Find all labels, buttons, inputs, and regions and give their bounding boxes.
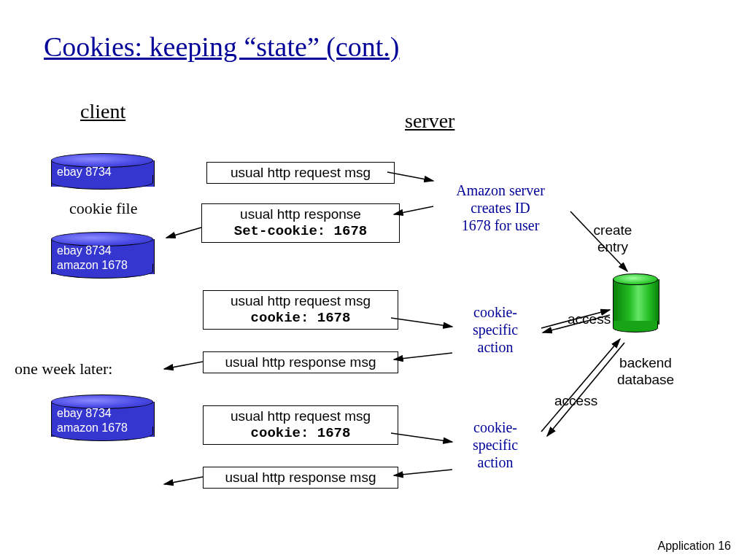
cookie-file-2: ebay 8734 amazon 1678: [51, 232, 153, 274]
msg-1-request: usual http request msg: [206, 162, 395, 184]
cookie-file-1-text: ebay 8734: [57, 165, 112, 179]
label-server: server: [405, 109, 454, 133]
svg-line-1: [166, 228, 201, 238]
label-one-week-later: one week later:: [15, 359, 112, 378]
svg-line-5: [394, 353, 452, 359]
svg-line-6: [391, 433, 452, 442]
msg-3-line2: cookie: 1678: [206, 310, 395, 327]
ann-amazon-creates-id: Amazon server creates ID 1678 for user: [435, 182, 566, 234]
msg-6-response: usual http response msg: [203, 467, 398, 489]
ann-cookie-specific-action-2: cookie- specific action: [455, 419, 535, 471]
msg-4-response: usual http response msg: [203, 351, 398, 373]
msg-5-line2: cookie: 1678: [206, 425, 395, 443]
msg-1-text: usual http request msg: [231, 165, 371, 180]
label-client: client: [80, 100, 125, 123]
label-cookie-file: cookie file: [69, 199, 137, 218]
msg-2-response-setcookie: usual http response Set-cookie: 1678: [201, 203, 400, 243]
label-access-2: access: [554, 393, 597, 410]
svg-line-4: [164, 362, 203, 369]
svg-line-8: [394, 470, 452, 475]
msg-5-line1: usual http request msg: [206, 408, 395, 425]
ann-cookie-specific-action-1: cookie- specific action: [455, 303, 535, 356]
slide: Cookies: keeping “state” (cont.) client …: [0, 0, 747, 560]
slide-title: Cookies: keeping “state” (cont.): [44, 31, 400, 63]
cookie-file-3-text: ebay 8734 amazon 1678: [57, 406, 128, 435]
footer-page: Application 16: [657, 540, 731, 553]
svg-line-2: [394, 206, 433, 214]
backend-database-icon: [613, 273, 658, 329]
cookie-file-2-text: ebay 8734 amazon 1678: [57, 244, 128, 273]
msg-6-text: usual http response msg: [225, 470, 376, 485]
msg-2-line2: Set-cookie: 1678: [205, 223, 396, 241]
msg-4-text: usual http response msg: [225, 354, 376, 370]
label-create-entry: create entry: [584, 222, 642, 256]
label-access-1: access: [568, 311, 611, 328]
cookie-file-3: ebay 8734 amazon 1678: [51, 394, 153, 437]
svg-line-3: [391, 318, 452, 327]
msg-5-request-cookie: usual http request msg cookie: 1678: [203, 405, 398, 445]
svg-line-7: [164, 477, 203, 484]
label-backend-database: backend database: [605, 355, 686, 389]
cookie-file-1: ebay 8734: [51, 153, 153, 188]
msg-3-line1: usual http request msg: [206, 292, 395, 310]
msg-2-line1: usual http response: [205, 206, 396, 223]
msg-3-request-cookie: usual http request msg cookie: 1678: [203, 290, 398, 330]
